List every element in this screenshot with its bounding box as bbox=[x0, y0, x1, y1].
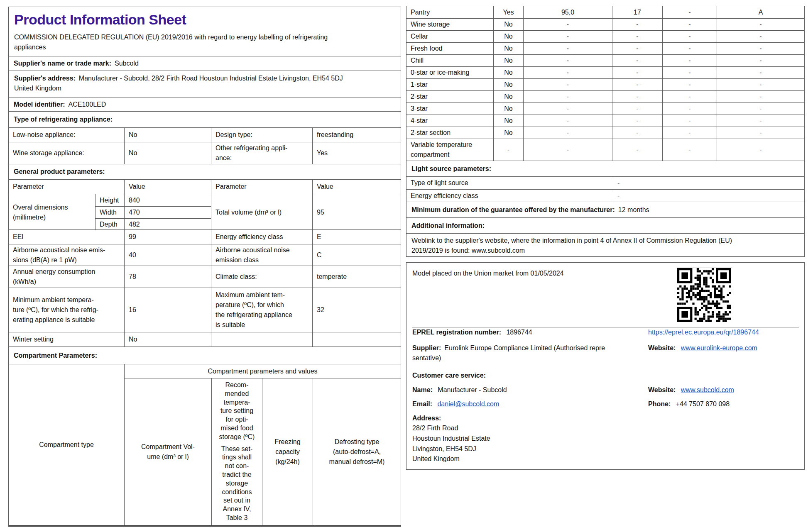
cell-volume: - bbox=[523, 90, 612, 102]
column-header-compartment-type: Compartment type bbox=[9, 364, 124, 525]
dim-depth-label: Depth bbox=[95, 218, 124, 230]
cell-volume: - bbox=[523, 66, 612, 78]
cell-freezing: - bbox=[662, 6, 717, 18]
subcold-website-link[interactable]: www.subcold.com bbox=[681, 386, 734, 393]
eprel-link[interactable]: https://eprel.ec.europa.eu/qr/1896744 bbox=[648, 329, 759, 336]
cell-freezing: - bbox=[662, 66, 717, 78]
param-noise-emissions: Airborne acoustical noise emis- sions (d… bbox=[9, 244, 124, 266]
value-min-ambient-temp: 16 bbox=[124, 288, 211, 332]
value-light-efficiency-class: - bbox=[613, 189, 804, 202]
cell-defrost: - bbox=[717, 90, 804, 102]
param-low-noise: Low-noise appliance: bbox=[9, 128, 124, 142]
email-link[interactable]: daniel@subcold.com bbox=[437, 400, 499, 408]
cell-present: No bbox=[493, 78, 523, 90]
column-header-temperature: Recom- mended tempera- ture setting for … bbox=[211, 378, 262, 525]
supplier-name-value: Subcold bbox=[115, 59, 139, 68]
cell-temp: - bbox=[612, 66, 662, 78]
customer-care-header: Customer care service: bbox=[412, 371, 796, 381]
temperature-header-part-2: These set- tings shall not con- tradict … bbox=[221, 445, 253, 522]
param-light-source-type: Type of light source bbox=[406, 177, 613, 189]
type-row-2: Wine storage appliance: No Other refrige… bbox=[9, 142, 401, 164]
eprel-row: EPREL registration number: 1896744 https… bbox=[412, 327, 799, 337]
compartment-subheaders: Compartment Vol- ume (dm³ or l) Recom- m… bbox=[125, 378, 401, 525]
cell-volume: - bbox=[523, 102, 612, 115]
cell-freezing: - bbox=[662, 102, 717, 115]
qr-code bbox=[677, 268, 732, 323]
dimensions-block: Overal dimensions (millimetre) Height 84… bbox=[9, 194, 401, 229]
value-light-source-type: - bbox=[613, 177, 804, 189]
value-annual-energy: 78 bbox=[124, 266, 211, 288]
cell-volume: - bbox=[523, 78, 612, 90]
cell-volume: - bbox=[523, 18, 612, 30]
authorised-supplier-value: Eurolink Europe Compliance Limited (Auth… bbox=[412, 344, 605, 361]
param-overall-dimensions: Overal dimensions (millimetre) bbox=[9, 194, 95, 230]
cell-defrost: - bbox=[717, 54, 804, 66]
cell-freezing: - bbox=[662, 90, 717, 102]
span-header-compartment-values: Compartment parameters and values bbox=[125, 364, 401, 378]
phone-value: +44 7507 870 098 bbox=[676, 400, 730, 408]
left-panel: Product Information Sheet COMMISSION DEL… bbox=[8, 7, 401, 527]
param-total-volume: Total volume (dm³ or l) bbox=[211, 194, 312, 230]
param-annual-energy: Annual energy consumption (kWh/a) bbox=[9, 266, 124, 288]
model-identifier-label: Model identifier: bbox=[14, 100, 65, 110]
value-eei: 99 bbox=[124, 230, 211, 244]
general-row-ambient-temp: Minimum ambient tempera- ture (ºC), for … bbox=[9, 288, 401, 332]
title-block: Product Information Sheet COMMISSION DEL… bbox=[9, 7, 401, 56]
column-header-parameter-2: Parameter bbox=[211, 180, 312, 194]
care-address-block: Address: 28/2 Firth Road Houstoun Indust… bbox=[412, 413, 799, 464]
eurolink-website-link[interactable]: www.eurolink-europe.com bbox=[681, 344, 757, 351]
cell-present: No bbox=[493, 18, 523, 30]
cell-defrost: - bbox=[717, 42, 804, 54]
dim-height-label: Height bbox=[95, 194, 124, 206]
value-total-volume: 95 bbox=[312, 194, 401, 230]
care-email-row: Email: daniel@subcold.com Phone: +44 750… bbox=[412, 399, 799, 409]
dim-depth-value: 482 bbox=[124, 218, 211, 230]
column-header-freezing: Freezing capacity (kg/24h) bbox=[262, 378, 313, 525]
compartment-values-header: Compartment parameters and values Compar… bbox=[124, 364, 401, 525]
value-design-type: freestanding bbox=[312, 128, 401, 142]
cell-present: Yes bbox=[493, 6, 523, 18]
general-row-noise: Airborne acoustical noise emis- sions (d… bbox=[9, 244, 401, 266]
param-max-ambient-temp: Maximum ambient tem- perature (ºC), for … bbox=[211, 288, 312, 332]
cell-defrost: - bbox=[717, 139, 804, 161]
supplier-address-row: Supplier's address:Manufacturer - Subcol… bbox=[9, 71, 401, 98]
column-header-parameter-1: Parameter bbox=[9, 180, 124, 194]
cell-volume: - bbox=[523, 30, 612, 42]
eprel-label: EPREL registration number: bbox=[412, 329, 501, 336]
cell-defrost: - bbox=[717, 115, 804, 127]
column-header-defrosting: Defrosting type (auto-defrost=A, manual … bbox=[313, 378, 401, 525]
market-placed-text: Model placed on the Union market from 01… bbox=[412, 268, 564, 278]
column-header-value-2: Value bbox=[312, 180, 401, 194]
compartment-rows-table: Pantry Yes 95,0 17 - A Wine storage No -… bbox=[406, 6, 804, 161]
param-energy-class: Energy efficiency class bbox=[211, 230, 312, 244]
cell-temp: - bbox=[612, 127, 662, 139]
supplier-name-label: Supplier's name or trade mark: bbox=[14, 59, 111, 68]
model-identifier-value: ACE100LED bbox=[69, 100, 106, 110]
model-identifier-row: Model identifier: ACE100LED bbox=[9, 98, 401, 111]
product-information-sheet-page: Product Information Sheet COMMISSION DEL… bbox=[0, 0, 808, 532]
type-row-1: Low-noise appliance: No Design type: fre… bbox=[9, 127, 401, 142]
light-source-section-header: Light source parameters: bbox=[406, 161, 804, 176]
website-label: Website: bbox=[648, 344, 676, 351]
param-eei: EEI bbox=[9, 230, 124, 244]
market-box-rows: EPREL registration number: 1896744 https… bbox=[412, 327, 799, 464]
value-low-noise: No bbox=[124, 128, 211, 142]
address-label: Address: bbox=[412, 413, 796, 423]
cell-defrost: - bbox=[717, 78, 804, 90]
temperature-header-part-1: Recom- mended tempera- ture setting for … bbox=[219, 381, 255, 442]
cell-volume: - bbox=[523, 54, 612, 66]
param-design-type: Design type: bbox=[211, 128, 312, 142]
cell-type-fresh-food: Fresh food bbox=[406, 42, 493, 54]
param-winter-setting: Winter setting bbox=[9, 332, 124, 347]
authorised-supplier-label: Supplier: bbox=[412, 344, 441, 351]
type-section-header: Type of refrigerating appliance: bbox=[9, 111, 401, 127]
care-name-label: Name: bbox=[412, 386, 433, 393]
cell-temp: - bbox=[612, 139, 662, 161]
care-name-row: Name: Manufacturer - Subcold Website: ww… bbox=[412, 385, 799, 395]
cell-type-variable-temp: Variable temperature compartment bbox=[406, 139, 493, 161]
cell-defrost: - bbox=[717, 66, 804, 78]
value-wine-storage: No bbox=[124, 142, 211, 164]
cell-temp: - bbox=[612, 102, 662, 115]
general-section-header: General product parameters: bbox=[9, 164, 401, 179]
email-label: Email: bbox=[412, 400, 432, 408]
